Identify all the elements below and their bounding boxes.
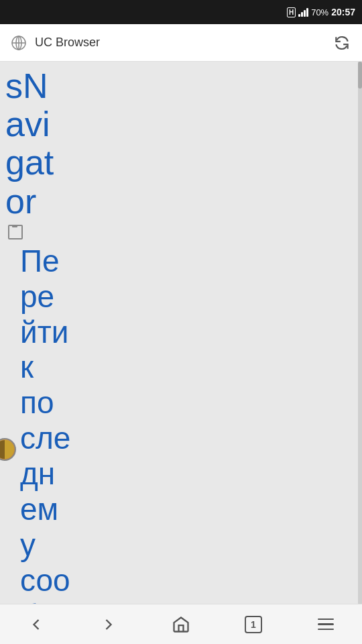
hamburger-icon — [318, 619, 334, 631]
snavigator-text: sNavigator — [5, 66, 54, 221]
back-button[interactable] — [16, 608, 56, 641]
hamburger-line-3 — [318, 629, 334, 631]
scrollbar-track[interactable] — [358, 62, 362, 604]
network-type: H — [287, 7, 296, 17]
app-name-label: UC Browser — [35, 36, 324, 50]
menu-button[interactable] — [306, 608, 346, 641]
hamburger-line-2 — [318, 623, 334, 625]
battery-percent: 70% — [311, 7, 328, 17]
tab-count: 1 — [245, 616, 262, 633]
circle-icon-inner — [0, 440, 14, 459]
browser-toolbar: UC Browser — [0, 24, 362, 62]
time-display: 20:57 — [331, 7, 355, 17]
home-button[interactable] — [161, 608, 201, 641]
tabs-button[interactable]: 1 — [233, 608, 274, 641]
signal-bar-3 — [304, 10, 306, 17]
scrollbar-thumb[interactable] — [358, 62, 362, 89]
forward-button[interactable] — [88, 608, 129, 641]
russian-text-link[interactable]: Перейтикпоследнемусообщен — [20, 244, 80, 604]
signal-bar-1 — [298, 14, 300, 17]
status-bar: H 70% 20:57 — [0, 0, 362, 24]
icon-row — [8, 225, 358, 239]
bottom-navigation: 1 — [0, 604, 362, 644]
signal-bars — [298, 7, 308, 17]
signal-bar-4 — [306, 8, 308, 17]
status-icons: H 70% 20:57 — [287, 7, 355, 17]
refresh-button[interactable] — [331, 32, 353, 54]
signal-bar-2 — [301, 12, 303, 17]
russian-link-container: Перейтикпоследнемусообщен — [5, 244, 358, 604]
hamburger-line-1 — [318, 619, 334, 621]
main-content: sNavigator Перейтикпоследнемусообщен — [0, 62, 362, 604]
page-icon — [8, 225, 23, 239]
globe-icon — [9, 34, 28, 52]
page-content: sNavigator Перейтикпоследнемусообщен — [0, 62, 358, 604]
snavigator-link[interactable]: sNavigator — [5, 67, 59, 221]
circle-icon — [0, 438, 16, 461]
